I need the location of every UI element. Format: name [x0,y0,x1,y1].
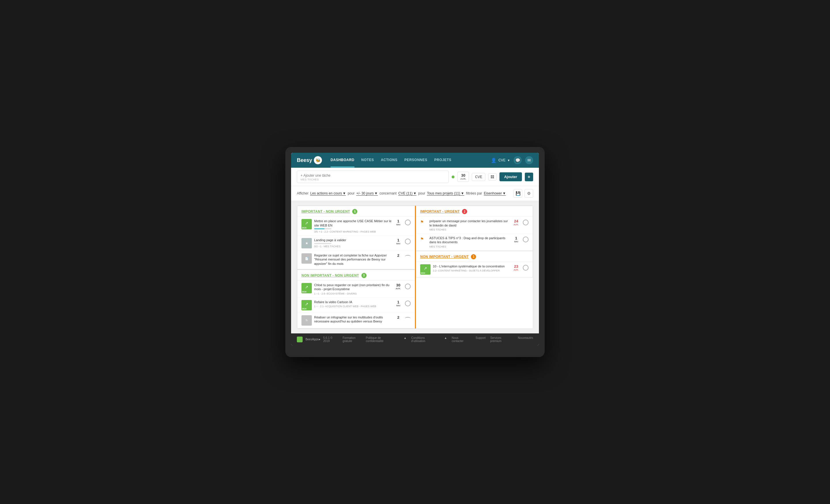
app-name: Beesy [297,157,312,163]
task-content: Refaire la vidéo Cartoon IA 1 ○ · 2.1- A… [314,300,392,308]
quadrant-important-urgent-header: IMPORTANT - URGENT 2 [416,206,533,217]
task-complete-circle[interactable] [523,265,529,271]
task-date: 2 [394,253,403,258]
task-item: ↗ DCH Refaire la vidéo Cartoon IA 1 ○ · … [297,298,415,313]
view-toggle[interactable] [488,173,497,180]
nav-menu: DASHBOARD NOTES ACTIONS PERSONNES PROJET… [330,153,491,167]
quadrant-non-important-non-urgent-header: NON IMPORTANT - NON URGENT 3 [297,270,415,281]
task-thumbnail: ↗ DCH [420,264,430,275]
nav-actions[interactable]: ACTIONS [381,153,397,167]
task-thumbnail: ↻ [301,315,312,326]
footer-version: 5.6.1 © 2019 [323,336,340,343]
task-complete-circle[interactable] [523,220,529,225]
task-complete-circle[interactable] [405,317,411,320]
task-title[interactable]: ASTUCES & TIPS n°3 : Drag and drop de pa… [429,236,510,244]
user-menu[interactable]: 👤 CVE ▼ [491,158,510,163]
footer-link-support[interactable]: Support [476,336,486,343]
task-complete-circle[interactable] [405,239,411,244]
task-meta: 3/5 ✧2 · 2.2- CONTENT MARKETING - PAGES … [314,230,392,233]
task-content: Mettre en place une approche USE CASE Mé… [314,219,392,233]
filter-cve[interactable]: CVE (11) ▼ [398,191,416,196]
task-list-important-urgent: ⚑ préparer un message pour contacter les… [416,217,533,250]
nav-personnes[interactable]: PERSONNES [404,153,427,167]
nav-notes[interactable]: NOTES [361,153,374,167]
quadrant-non-important-non-urgent: NON IMPORTANT - NON URGENT 3 ↗ DCH [297,270,415,328]
plus-button[interactable]: + [525,172,533,181]
footer-link-premium[interactable]: Services premium [490,336,513,343]
show-label: Afficher [297,191,308,195]
footer-brand: BeesApps● [306,338,320,341]
nav-projets[interactable]: PROJETS [434,153,452,167]
filter-bar: Afficher Les actions en cours ▼ pour +/-… [291,186,539,201]
filter-eisenhower[interactable]: Eisenhower ▼ [484,191,506,196]
task-complete-circle[interactable] [405,220,411,225]
date-month: AVR. [460,178,466,180]
chevron-down-icon: ▼ [413,191,416,195]
nav-dashboard[interactable]: DASHBOARD [330,153,354,167]
flag-icon: ⚑ [420,220,424,224]
task-title[interactable]: Landing page à valider [314,238,392,242]
task-title[interactable]: Mettre en place une approche USE CASE Mé… [314,219,392,227]
task-title[interactable]: Regarder ce sujet et completer la fiche … [314,253,392,266]
filter-actions[interactable]: Les actions en cours ▼ [310,191,346,196]
task-complete-circle[interactable] [405,255,411,258]
filter-period[interactable]: +/- 30 jours ▼ [356,191,378,196]
task-complete-circle[interactable] [523,237,529,242]
task-title[interactable]: Refaire la vidéo Cartoon IA [314,300,392,304]
task-list-important-non-urgent: ↗ DCH Mettre en place une approche USE C… [297,217,415,269]
task-meta: MES TÂCHES [429,245,510,248]
add-task-button[interactable]: Ajouter [500,172,522,181]
task-title[interactable]: Réaliser un infographie sur les multitud… [314,315,392,324]
task-content: Chloé tu peux regarder ce sujet (non pri… [314,283,392,295]
eisenhower-grid: IMPORTANT - NON URGENT 5 ↗ DCH [297,206,533,328]
badge-non-important-non-urgent: 3 [361,273,366,278]
footer-formation[interactable]: Formation gratuite [343,336,366,343]
filtered-by-label: filtrées par [466,191,482,195]
task-title[interactable]: 10 - L'interruption systématique de la c… [433,264,510,268]
cve-selector[interactable]: CVE [472,173,485,181]
task-date: 2 [394,315,403,320]
date-day: 30 [460,173,466,178]
task-content: Landing page à valider 0/2 ○1 · MES TÂCH… [314,238,392,248]
task-date: 24 AVR. [512,219,520,226]
chevron-down-icon: ▼ [507,159,510,162]
task-toolbar: MES TÂCHES 30 AVR. CVE Ajouter + [291,168,539,186]
chat-button[interactable]: 💬 [514,156,522,164]
priority-icon: ⚑ [420,219,427,224]
task-input[interactable] [300,174,344,178]
footer-link-privacy[interactable]: Politique de confidentialité [366,336,399,343]
task-title[interactable]: Chloé tu peux regarder ce sujet (non pri… [314,283,392,291]
filter-projects[interactable]: Tous mes projets (11) ▼ [427,191,464,196]
footer-left: BeesApps● 5.6.1 © 2019 Formation gratuit… [297,336,366,343]
quadrant-non-important-urgent-header: NON IMPORTANT - URGENT 1 [416,251,533,262]
flag-icon: ⚑ [420,237,424,241]
for-label-1: pour [348,191,354,195]
status-dot [452,176,454,178]
save-view-button[interactable]: 💾 [514,189,522,198]
task-content: Regarder ce sujet et completer la fiche … [314,253,392,266]
task-item: ↻ Réaliser un infographie sur les multit… [297,313,415,328]
task-date: 1 MAI [394,300,403,307]
task-item: ★ Landing page à valider 0/2 ○1 · MES TÂ… [297,236,415,251]
refresh-icon: ↻ [306,319,308,322]
for-label-2: pour [418,191,425,195]
chevron-down-icon: ▼ [374,191,378,195]
task-content: 10 - L'interruption systématique de la c… [433,264,510,272]
nav-right-section: 👤 CVE ▼ 💬 ✉ [491,156,533,164]
footer-link-contact[interactable]: Nous contacter [452,336,471,343]
settings-button[interactable]: ⚙ [524,189,533,198]
task-thumbnail: ↗ DCH [301,300,312,310]
task-complete-circle[interactable] [405,301,411,306]
task-date: 1 MAI [512,236,520,243]
footer-link-new[interactable]: Nouveautés [518,336,533,343]
priority-icon: ⚑ [420,236,427,241]
arrow-icon: ↗ [305,302,308,306]
footer-link-terms[interactable]: Conditions d'utilisation [411,336,440,343]
task-title[interactable]: préparer un message pour contacter les j… [429,219,510,227]
task-meta: 1 ○ · 2.1- ACQUISITION CLIENT WEB - PAGE… [314,305,392,308]
task-date: 1 MAI [394,219,403,226]
task-complete-circle[interactable] [405,284,411,289]
mail-button[interactable]: ✉ [525,156,533,164]
quadrant-title-important-non-urgent: IMPORTANT - NON URGENT 5 [301,209,411,214]
task-meta: 1 ○1 · 2.6- ECOSYSTÈME - DIVERS [314,292,392,295]
